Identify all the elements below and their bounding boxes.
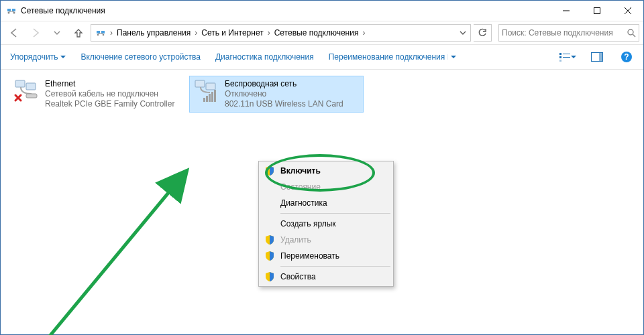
preview-pane-button[interactable] bbox=[588, 48, 606, 66]
chevron-right-icon: › bbox=[110, 28, 113, 38]
svg-rect-25 bbox=[203, 98, 205, 102]
svg-rect-6 bbox=[101, 31, 105, 34]
breadcrumb-control-panel[interactable]: Панель управления bbox=[114, 27, 193, 39]
chevron-down-icon bbox=[60, 54, 66, 60]
help-button[interactable]: ? bbox=[618, 48, 635, 66]
svg-rect-20 bbox=[26, 83, 36, 90]
address-bar: › Панель управления › Сеть и Интернет › … bbox=[1, 21, 643, 45]
context-menu-diagnose[interactable]: Диагностика bbox=[260, 195, 392, 211]
breadcrumb-network-internet[interactable]: Сеть и Интернет bbox=[199, 27, 266, 39]
connections-list: Ethernet Сетевой кабель не подключен Rea… bbox=[1, 70, 643, 335]
svg-rect-29 bbox=[214, 90, 216, 102]
svg-rect-4 bbox=[594, 8, 600, 14]
breadcrumb-network-connections[interactable]: Сетевые подключения bbox=[272, 27, 362, 39]
titlebar: Сетевые подключения bbox=[1, 1, 643, 21]
svg-point-8 bbox=[103, 34, 105, 36]
back-button[interactable] bbox=[5, 24, 23, 42]
context-menu-delete: Удалить bbox=[260, 232, 392, 248]
svg-rect-5 bbox=[97, 31, 100, 34]
svg-text:?: ? bbox=[624, 52, 629, 62]
network-connections-icon bbox=[95, 27, 106, 38]
svg-rect-14 bbox=[559, 60, 561, 62]
context-menu-rename[interactable]: Переименовать bbox=[260, 248, 392, 264]
chevron-right-icon: › bbox=[195, 28, 197, 38]
dropdown-split-icon bbox=[447, 54, 457, 60]
chevron-right-icon: › bbox=[268, 28, 270, 38]
maximize-button[interactable] bbox=[582, 1, 612, 21]
ethernet-icon bbox=[13, 79, 40, 103]
search-placeholder: Поиск: Сетевые подключения bbox=[502, 28, 624, 38]
enable-network-device-button[interactable]: Включение сетевого устройства bbox=[79, 50, 202, 64]
chevron-down-icon bbox=[571, 54, 576, 60]
refresh-button[interactable] bbox=[474, 24, 492, 42]
shield-icon bbox=[264, 271, 275, 282]
separator bbox=[280, 266, 390, 267]
svg-point-2 bbox=[8, 12, 10, 14]
wireless-icon bbox=[193, 79, 219, 103]
connection-adapter: 802.11n USB Wireless LAN Card bbox=[225, 99, 343, 109]
svg-point-7 bbox=[97, 34, 99, 36]
svg-rect-24 bbox=[206, 83, 215, 90]
svg-point-9 bbox=[628, 29, 633, 35]
svg-point-3 bbox=[13, 12, 15, 14]
minimize-button[interactable] bbox=[551, 1, 582, 21]
recent-locations-dropdown[interactable] bbox=[48, 24, 66, 42]
context-menu-status: Состояние bbox=[260, 179, 392, 195]
rename-connection-button[interactable]: Переименование подключения bbox=[327, 50, 459, 64]
window-icon bbox=[6, 5, 17, 16]
chevron-right-icon: › bbox=[362, 28, 365, 38]
svg-rect-27 bbox=[209, 94, 211, 102]
svg-rect-12 bbox=[559, 56, 561, 58]
shield-icon bbox=[264, 251, 275, 261]
forward-button[interactable] bbox=[26, 24, 45, 42]
connection-name: Ethernet bbox=[45, 79, 174, 89]
svg-rect-19 bbox=[15, 80, 25, 87]
svg-rect-26 bbox=[206, 96, 208, 102]
annotation-arrow bbox=[6, 157, 207, 335]
shield-icon bbox=[264, 165, 275, 176]
svg-rect-11 bbox=[563, 54, 570, 54]
diagnose-connection-button[interactable]: Диагностика подключения bbox=[214, 50, 315, 64]
context-menu-enable[interactable]: Включить bbox=[260, 163, 392, 179]
connection-status: Сетевой кабель не подключен bbox=[45, 89, 174, 99]
svg-rect-23 bbox=[195, 80, 205, 87]
breadcrumb-path[interactable]: › Панель управления › Сеть и Интернет › … bbox=[91, 24, 471, 42]
svg-rect-21 bbox=[26, 94, 37, 98]
search-input[interactable]: Поиск: Сетевые подключения bbox=[498, 24, 639, 42]
organize-menu[interactable]: Упорядочить bbox=[9, 50, 67, 64]
context-menu-properties[interactable]: Свойства bbox=[260, 269, 392, 285]
close-button[interactable] bbox=[612, 1, 643, 21]
connection-adapter: Realtek PCIe GBE Family Controller bbox=[45, 99, 174, 109]
connection-status: Отключено bbox=[225, 89, 343, 99]
address-history-dropdown[interactable] bbox=[457, 29, 469, 36]
svg-rect-28 bbox=[211, 92, 213, 102]
command-bar: Упорядочить Включение сетевого устройств… bbox=[1, 45, 643, 70]
svg-rect-0 bbox=[7, 9, 11, 11]
svg-rect-16 bbox=[599, 53, 602, 61]
svg-rect-10 bbox=[559, 53, 561, 55]
svg-rect-13 bbox=[563, 57, 570, 58]
connection-name: Беспроводная сеть bbox=[225, 79, 343, 89]
connection-item-wireless[interactable]: Беспроводная сеть Отключено 802.11n USB … bbox=[190, 76, 363, 112]
search-icon bbox=[627, 28, 636, 38]
window-title: Сетевые подключения bbox=[21, 6, 105, 15]
context-menu: Включить Состояние Диагностика Создать я… bbox=[258, 161, 394, 287]
shield-icon bbox=[264, 234, 275, 245]
context-menu-create-shortcut[interactable]: Создать ярлык bbox=[260, 216, 392, 232]
separator bbox=[280, 213, 390, 214]
svg-rect-1 bbox=[12, 9, 15, 11]
connection-item-ethernet[interactable]: Ethernet Сетевой кабель не подключен Rea… bbox=[10, 76, 183, 112]
view-options-button[interactable] bbox=[559, 48, 576, 66]
up-button[interactable] bbox=[69, 24, 88, 42]
